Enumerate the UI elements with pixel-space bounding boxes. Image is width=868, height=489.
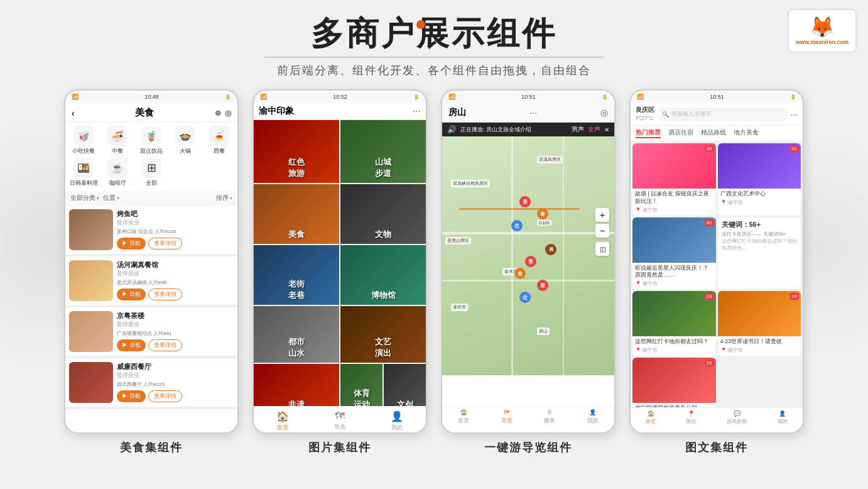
- phone2-nav-home[interactable]: 🏠 首页: [276, 410, 289, 429]
- filter-sort[interactable]: 排序 ▾: [216, 194, 232, 202]
- phone3-target[interactable]: ◎: [600, 107, 608, 118]
- grid-photo-wenyi[interactable]: 文艺演出: [340, 306, 426, 363]
- p4-card-6[interactable]: 29 4·23世界读书日！请查收 📍南宁市: [718, 291, 801, 356]
- map-label-shuanglong: 双龙峡自然风景区: [451, 180, 490, 187]
- phone3-menu[interactable]: ···: [529, 107, 537, 118]
- phone3-nav-service[interactable]: ⚙ 服务: [544, 409, 555, 430]
- p2-signal: 📶: [260, 94, 267, 100]
- pin-5[interactable]: 景: [525, 256, 536, 267]
- grid-photo-laojie[interactable]: 老街老巷: [254, 245, 339, 305]
- grid-col-right: 文物 博物馆: [340, 184, 426, 305]
- phone4-nav-nearby[interactable]: 📍 附近: [686, 410, 697, 430]
- phone4-nav-mine[interactable]: 👤 我的: [778, 410, 788, 430]
- p4-card-5[interactable]: 24 这些网红打卡地你都去过吗？ 📍南宁市: [632, 291, 716, 356]
- pin-4[interactable]: 酒: [545, 244, 556, 255]
- target-icon[interactable]: ◎: [225, 109, 231, 118]
- phone3-nav-mine[interactable]: 👤 我的: [587, 409, 599, 430]
- cat-rihan[interactable]: 🍱 日韩泰料理: [68, 158, 99, 187]
- tab-hotel[interactable]: 酒店住宿: [668, 128, 693, 138]
- nav-btn-2[interactable]: ▶ 导航: [117, 288, 146, 300]
- tab-route[interactable]: 精品路线: [701, 128, 726, 138]
- zoom-in-btn[interactable]: +: [595, 208, 609, 222]
- phone2-nav-mine[interactable]: 👤 我的: [391, 410, 403, 429]
- cat-huoguo[interactable]: 🍲 火锅: [170, 126, 201, 155]
- user-icon3: 👤: [779, 410, 786, 417]
- nav-btn-4[interactable]: ▶ 导航: [117, 390, 146, 402]
- tab-hotrecommend[interactable]: 热门推荐: [636, 128, 661, 138]
- voice-male[interactable]: 男声: [572, 125, 584, 134]
- phones-container: 📶 10:48 🔋 ‹ 美食 ⊕ ◎ 🥡 小吃快餐: [0, 83, 868, 455]
- phone3-map[interactable]: 灵溪风景区 双龙峡自然风景区 G109 圣莲山景区 金水湖 涿州市 房山 景 食…: [442, 136, 614, 375]
- grid-photo-bowuguan[interactable]: 博物馆: [340, 245, 426, 305]
- phone-3-wrapper: 📶 10:51 🔋 房山 ··· ◎ 🔊 正在播放: 房山文旅全域介绍 男声 女…: [441, 89, 616, 455]
- phone4-menu[interactable]: ···: [790, 109, 798, 119]
- logo-url: www.xiaoniren.com: [796, 39, 849, 47]
- location-icon[interactable]: ⊕: [215, 109, 221, 118]
- road-h1: [442, 232, 614, 234]
- phone4-location: 良庆区: [636, 106, 654, 114]
- p4-card-3[interactable]: 40 听说最近星星人闪现良庆！？原因竟然是…… 📍南宁市: [632, 217, 716, 289]
- rest-1-actions: ▶ 导航 查看详情: [117, 238, 234, 250]
- cat-xican[interactable]: 🍝 西餐: [203, 126, 235, 155]
- rest-2-img: [69, 260, 113, 301]
- phone4-label: 图文集组件: [685, 440, 748, 455]
- detail-btn-2[interactable]: 查看详情: [148, 288, 182, 300]
- rest-2-actions: ▶ 导航 查看详情: [117, 288, 234, 300]
- phone3-nav-guide[interactable]: 🗺 导览: [501, 409, 513, 430]
- home-icon: 🏠: [276, 410, 289, 422]
- map-label-zhuozhou: 涿州市: [451, 304, 468, 311]
- back-arrow-icon[interactable]: ‹: [72, 108, 75, 118]
- pin-1[interactable]: 景: [519, 196, 531, 207]
- detail-btn-1[interactable]: 查看详情: [148, 238, 182, 250]
- detail-btn-3[interactable]: 查看详情: [148, 339, 182, 351]
- filter-location[interactable]: 位置 ▾: [103, 194, 119, 202]
- p1-status-icons: 🔋: [225, 94, 231, 100]
- nav-btn-3[interactable]: ▶ 导航: [117, 339, 146, 351]
- pin-2[interactable]: 食: [537, 208, 548, 219]
- zoom-out-btn[interactable]: −: [595, 224, 609, 238]
- cat-kafei[interactable]: ☕ 咖啡厅: [102, 158, 133, 187]
- tab-food[interactable]: 地方美食: [734, 128, 759, 138]
- grid-photo-hongse[interactable]: 红色旅游: [254, 120, 339, 183]
- pin-3[interactable]: 住: [511, 220, 523, 231]
- pin-8[interactable]: 住: [519, 292, 531, 303]
- phone1-header: ‹ 美食 ⊕ ◎: [65, 103, 237, 122]
- phone4-nav-home[interactable]: 🏠 首页: [646, 410, 656, 430]
- phone2-menu-icon[interactable]: ···: [413, 106, 421, 117]
- detail-btn-4[interactable]: 查看详情: [148, 390, 182, 402]
- phone3-label: 一键游导览组件: [484, 440, 572, 455]
- phone3-nav-home[interactable]: 🏠 首页: [458, 409, 469, 430]
- layers-btn[interactable]: ◫: [595, 242, 609, 256]
- p4-card-1[interactable]: 39 故塘 | 以凑合友 探链良庆之夜新玩法！ 📍南宁市: [632, 143, 716, 215]
- cat-all[interactable]: ⊞ 全部: [136, 158, 167, 187]
- voice-female[interactable]: 女声: [588, 125, 600, 134]
- grid-photo-dushi[interactable]: 都市山水: [254, 306, 339, 363]
- voice-close[interactable]: ✕: [604, 126, 609, 133]
- logo: 🦊 www.xiaoniren.com: [788, 9, 857, 53]
- pin-7[interactable]: 景: [537, 280, 548, 291]
- phone2-nav-guide[interactable]: 🗺 导览: [334, 410, 345, 429]
- guide-icon: 🗺: [504, 409, 509, 415]
- grid-photo-shancheng[interactable]: 山城步道: [340, 120, 426, 183]
- route-line: [459, 208, 580, 210]
- phone3-header: 房山 ··· ◎: [442, 103, 614, 123]
- logo-mascot: 🦊: [810, 15, 835, 39]
- nav-btn-1[interactable]: ▶ 导航: [117, 238, 146, 250]
- cat-zhongcan[interactable]: 🍜 中餐: [102, 126, 133, 155]
- p4-card-2[interactable]: 41 广西文化艺术中心 📍南宁市: [718, 143, 801, 215]
- grid-photo-meishi[interactable]: 美食: [254, 184, 339, 244]
- p4-img-1: 39: [632, 143, 716, 189]
- phone4-nav-feedback[interactable]: 💬 咨询反馈: [727, 410, 747, 430]
- phone4-search[interactable]: 🔍 搜索输入关键字: [657, 107, 788, 121]
- cat-tiandian[interactable]: 🧋 甜点饮品: [136, 126, 167, 155]
- page-header: 多商户展示组件 前后端分离、组件化开发、各个组件自由拖拽，自由组合: [0, 0, 868, 83]
- rest-4-info: 威廉西餐厅 暂停营业 德式西餐厅 人均¥129 ▶ 导航 查看详情: [117, 362, 234, 403]
- title-underline: [264, 57, 604, 58]
- rest-3-img: [69, 311, 113, 352]
- cat-xiaochi[interactable]: 🥡 小吃快餐: [68, 126, 99, 155]
- feedback-icon: 💬: [734, 410, 741, 417]
- pin-6[interactable]: 食: [514, 268, 526, 279]
- p4-img-5: 24: [632, 291, 716, 336]
- filter-category[interactable]: 全部分类 ▾: [70, 194, 99, 202]
- grid-photo-wenwu[interactable]: 文物: [340, 184, 426, 244]
